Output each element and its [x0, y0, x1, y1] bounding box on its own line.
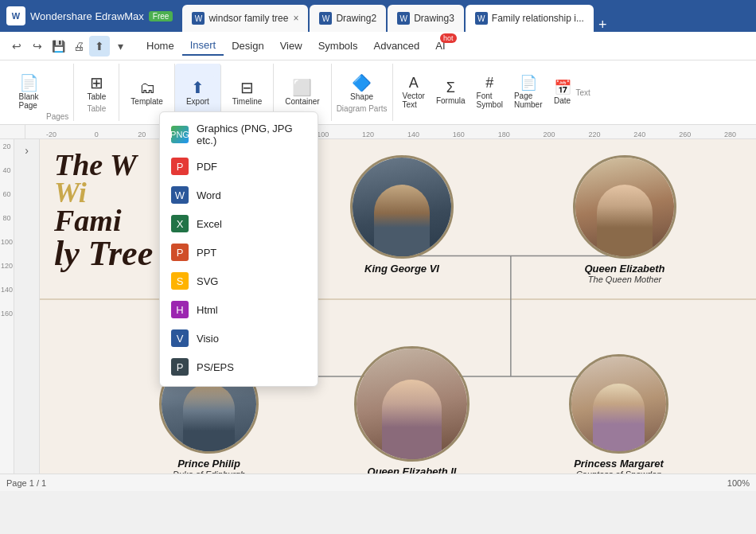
- menu-symbols[interactable]: Symbols: [310, 37, 366, 55]
- ruler-corner: [0, 125, 25, 139]
- undo-button[interactable]: ↩: [6, 36, 27, 57]
- shape-icon: 🔷: [352, 75, 372, 91]
- queen-elizabeth-ii-name: Queen Elizabeth II: [368, 466, 457, 474]
- king-george-name: King George VI: [364, 263, 439, 275]
- queen-elizabeth-ii-avatar: [354, 346, 470, 462]
- top-bar: W Wondershare EdrawMax Free W windsor fa…: [0, 0, 756, 32]
- export-button[interactable]: ⬆ Export: [180, 76, 216, 109]
- add-tab-button[interactable]: +: [598, 18, 607, 32]
- dropdown-label-visio: Visio: [197, 333, 219, 345]
- dropdown-item-pdf[interactable]: P PDF: [160, 152, 318, 181]
- template-label: Template: [131, 97, 163, 106]
- export-action-button[interactable]: ⬆: [89, 36, 110, 57]
- queen-elizabeth-ii-card[interactable]: Queen Elizabeth II: [354, 346, 470, 474]
- queen-elizabeth-ii-portrait: [357, 349, 467, 459]
- tab-label-drawing2: Drawing2: [336, 13, 376, 24]
- queen-elizabeth-mother-name: Queen Elizabeth: [584, 263, 664, 275]
- word-icon: W: [171, 186, 189, 204]
- dropdown-label-pdf: PDF: [197, 161, 217, 173]
- king-george-figure: [374, 185, 430, 256]
- vector-text-button[interactable]: A VectorText: [398, 74, 430, 111]
- hot-badge: hot: [440, 33, 457, 43]
- princess-margaret-portrait: [571, 357, 666, 451]
- png-icon: PNG: [171, 126, 189, 143]
- collapse-button[interactable]: ›: [25, 144, 29, 157]
- menu-advanced[interactable]: Advanced: [365, 37, 427, 55]
- prince-philip-name: Prince Philip: [177, 458, 240, 470]
- tabs-bar: W windsor family tree × W Drawing2 W Dra…: [182, 0, 606, 32]
- queen-elizabeth-mother-sub: The Queen Mother: [588, 275, 661, 284]
- dropdown-item-word[interactable]: W Word: [160, 181, 318, 209]
- dropdown-item-pseps[interactable]: P PS/EPS: [160, 353, 318, 381]
- dropdown-item-svg[interactable]: S SVG: [160, 267, 318, 295]
- font-symbol-button[interactable]: # FontSymbol: [472, 74, 508, 111]
- timeline-button[interactable]: ⊟ Timeline: [226, 76, 268, 109]
- pdf-icon: P: [171, 158, 189, 175]
- blank-page-icon: 📄: [19, 75, 39, 91]
- canvas-divider: [40, 298, 756, 300]
- shape-label: Shape: [350, 92, 373, 101]
- date-button[interactable]: 📅 Date: [549, 74, 576, 111]
- timeline-icon: ⊟: [240, 80, 254, 95]
- princess-margaret-figure: [593, 384, 645, 451]
- ruler-marks: -20 0 20 40 60 80 100 120 140 160 180 20…: [25, 125, 756, 138]
- table-button[interactable]: ⊞ Table: [79, 72, 114, 104]
- princess-margaret-avatar: [569, 354, 668, 454]
- queen-elizabeth-mother-card[interactable]: Queen Elizabeth The Queen Mother: [573, 155, 676, 284]
- canvas[interactable]: The W Wi Fami ly Tree: [40, 139, 756, 474]
- tab-label-family: Family relationship i...: [492, 13, 584, 24]
- template-button[interactable]: 🗂 Template: [124, 76, 170, 109]
- redo-button[interactable]: ↪: [27, 36, 48, 57]
- dropdown-label-svg: SVG: [197, 275, 218, 287]
- more-actions-button[interactable]: ▾: [110, 36, 131, 57]
- container-button[interactable]: ⬜ Container: [279, 76, 325, 109]
- dropdown-label-excel: Excel: [197, 218, 222, 230]
- pseps-icon: P: [171, 358, 189, 376]
- tab-icon-drawing2: W: [319, 12, 332, 25]
- dropdown-item-ppt[interactable]: P PPT: [160, 238, 318, 267]
- menu-design[interactable]: Design: [224, 37, 271, 55]
- dropdown-item-visio[interactable]: V Visio: [160, 324, 318, 353]
- toolbar-group-shape: 🔷 Shape Diagram Parts: [332, 64, 393, 121]
- tab-family[interactable]: W Family relationship i...: [466, 5, 594, 32]
- dropdown-label-png: Graphics (PNG, JPG etc.): [197, 123, 306, 146]
- tab-close-windsor[interactable]: ×: [293, 13, 298, 24]
- shape-button[interactable]: 🔷 Shape: [344, 72, 380, 104]
- king-george-avatar: [350, 155, 454, 259]
- ruler-v-marks: 20406080100120140160: [0, 139, 14, 318]
- tab-label-drawing3: Drawing3: [414, 13, 454, 24]
- ruler-vertical: 20406080100120140160: [0, 139, 14, 474]
- export-label: Export: [186, 97, 209, 106]
- ruler-h: -20 0 20 40 60 80 100 120 140 160 180 20…: [25, 125, 756, 139]
- ruler-horizontal: -20 0 20 40 60 80 100 120 140 160 180 20…: [0, 125, 756, 139]
- page-number-button[interactable]: 📄 PageNumber: [509, 74, 548, 111]
- king-george-card[interactable]: King George VI: [350, 155, 454, 275]
- dropdown-item-excel[interactable]: X Excel: [160, 209, 318, 238]
- menu-insert[interactable]: Insert: [182, 36, 224, 56]
- print-button[interactable]: 🖨: [68, 36, 89, 57]
- container-label: Container: [285, 97, 319, 106]
- family-tree-title: The W Wi Fami ly Tree: [54, 147, 153, 274]
- timeline-label: Timeline: [232, 97, 262, 106]
- formula-button[interactable]: Σ Formula: [431, 74, 470, 111]
- dropdown-item-png[interactable]: PNG Graphics (PNG, JPG etc.): [160, 117, 318, 152]
- blank-page-label: BlankPage: [18, 92, 38, 110]
- tab-drawing3[interactable]: W Drawing3: [388, 5, 464, 32]
- ribbon-container: ↩ ↪ 💾 🖨 ⬆ ▾ Home Insert Design View Symb…: [0, 32, 756, 125]
- queen-elizabeth-mother-portrait: [575, 158, 674, 256]
- page-number-label: PageNumber: [514, 92, 543, 109]
- excel-icon: X: [171, 215, 189, 232]
- tab-icon-drawing3: W: [397, 12, 410, 25]
- princess-margaret-card[interactable]: Princess Margaret Countess of Snowdon: [569, 354, 668, 474]
- tab-drawing2[interactable]: W Drawing2: [310, 5, 386, 32]
- save-button[interactable]: 💾: [48, 36, 68, 57]
- vector-text-icon: A: [409, 76, 419, 90]
- dropdown-item-html[interactable]: H Html: [160, 295, 318, 324]
- tab-windsor[interactable]: W windsor family tree ×: [182, 5, 308, 32]
- blank-page-button[interactable]: 📄 BlankPage: [11, 72, 46, 113]
- menu-view[interactable]: View: [272, 37, 310, 55]
- menu-ai[interactable]: AI hot: [427, 37, 453, 55]
- menu-home[interactable]: Home: [138, 37, 182, 55]
- king-george-portrait: [353, 158, 451, 256]
- page-number-icon: 📄: [520, 76, 537, 90]
